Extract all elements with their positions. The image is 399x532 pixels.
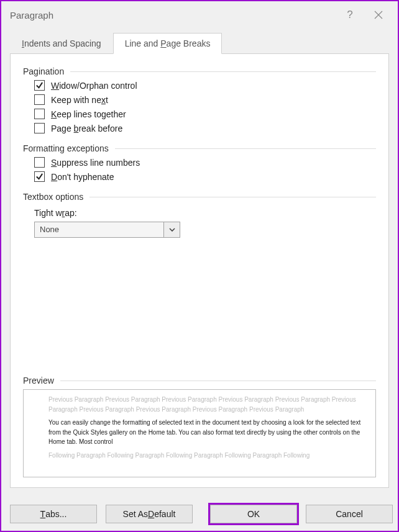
tab-strip: Indents and Spacing Line and Page Breaks <box>1 29 398 53</box>
titlebar: Paragraph ? <box>1 1 398 29</box>
tab-indents-spacing[interactable]: Indents and Spacing <box>10 33 113 54</box>
close-button[interactable] <box>364 5 393 25</box>
checkbox-keep-lines-together[interactable]: Keep lines together <box>34 109 376 119</box>
button-row: Tabs... Set As Default OK Cancel <box>10 505 389 523</box>
help-button[interactable]: ? <box>336 9 364 21</box>
ok-button[interactable]: OK <box>210 505 297 523</box>
group-label: Pagination <box>23 66 64 76</box>
select-dropdown-button[interactable] <box>163 222 180 237</box>
checkbox-suppress-line-numbers[interactable]: Suppress line numbers <box>34 157 376 168</box>
chevron-down-icon <box>169 227 175 233</box>
preview-following-text: Following Paragraph Following Paragraph … <box>48 451 365 461</box>
group-textbox-options: Textbox options <box>23 192 376 202</box>
checkbox-label: Suppress line numbers <box>51 158 140 168</box>
group-label: Preview <box>23 376 54 385</box>
tab-line-page-breaks[interactable]: Line and Page Breaks <box>113 33 222 54</box>
checkbox-box[interactable] <box>34 80 45 91</box>
group-preview: Preview <box>23 376 376 385</box>
group-label: Formatting exceptions <box>23 143 109 153</box>
checkbox-label: Page break before <box>51 124 122 133</box>
group-label: Textbox options <box>23 192 83 202</box>
checkbox-dont-hyphenate[interactable]: Don't hyphenate <box>34 171 376 182</box>
preview-body-text: You can easily change the formatting of … <box>48 418 365 447</box>
select-value: None <box>35 222 163 237</box>
cancel-button[interactable]: Cancel <box>306 505 393 523</box>
tight-wrap-select[interactable]: None <box>34 222 180 238</box>
preview-box: Previous Paragraph Previous Paragraph Pr… <box>23 389 376 477</box>
tight-wrap-label: Tight wrap: <box>34 208 376 218</box>
preview-previous-text: Previous Paragraph Previous Paragraph Pr… <box>48 395 365 414</box>
check-icon <box>35 81 44 89</box>
checkbox-label: Don't hyphenate <box>51 172 114 182</box>
checkbox-keep-with-next[interactable]: Keep with next <box>34 94 376 105</box>
window-title: Paragraph <box>10 10 53 20</box>
checkbox-label: Keep lines together <box>51 109 126 119</box>
checkbox-box[interactable] <box>34 123 45 133</box>
checkbox-box[interactable] <box>34 171 45 182</box>
checkbox-box[interactable] <box>34 94 45 105</box>
checkbox-box[interactable] <box>34 157 45 168</box>
group-formatting-exceptions: Formatting exceptions <box>23 143 376 153</box>
set-as-default-button[interactable]: Set As Default <box>106 505 193 523</box>
checkbox-label: Keep with next <box>51 95 108 105</box>
checkbox-widow-orphan[interactable]: Widow/Orphan control <box>34 80 376 91</box>
checkbox-box[interactable] <box>34 109 45 119</box>
tabs-button[interactable]: Tabs... <box>10 505 97 523</box>
checkbox-label: Widow/Orphan control <box>51 81 137 91</box>
close-icon <box>374 11 383 19</box>
checkbox-page-break-before[interactable]: Page break before <box>34 123 376 133</box>
group-pagination: Pagination <box>23 66 376 76</box>
check-icon <box>35 173 44 181</box>
tab-panel: Pagination Widow/Orphan control Keep wit… <box>10 53 389 488</box>
